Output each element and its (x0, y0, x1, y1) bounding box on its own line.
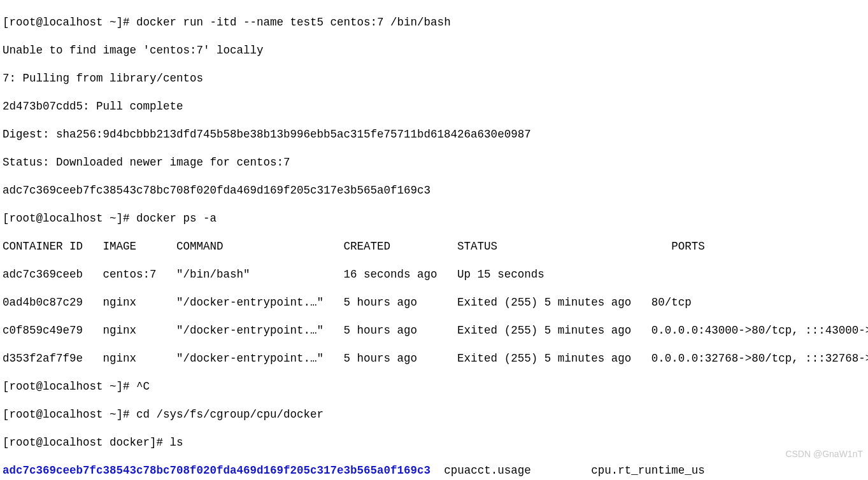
ps-row: 0ad4b0c87c29 nginx "/docker-entrypoint.…… (3, 295, 865, 309)
prompt: [root@localhost ~]# (3, 380, 136, 393)
ps-row: c0f859c49e79 nginx "/docker-entrypoint.…… (3, 323, 865, 337)
output-line: Unable to find image 'centos:7' locally (3, 43, 865, 57)
prompt-line: [root@localhost ~]# docker run -itd --na… (3, 15, 865, 29)
prompt-line: [root@localhost docker]# ls (3, 435, 865, 449)
command-text: cd /sys/fs/cgroup/cpu/docker (136, 408, 324, 421)
command-text: ls (170, 436, 183, 449)
ls-file: cpuacct.usage (444, 464, 531, 477)
ctrl-c: ^C (136, 380, 150, 393)
ls-file: cpu.rt_runtime_us (591, 464, 705, 477)
prompt: [root@localhost ~]# (3, 408, 136, 421)
output-line: adc7c369ceeb7fc38543c78bc708f020fda469d1… (3, 183, 865, 197)
command-text: docker run -itd --name test5 centos:7 /b… (136, 16, 451, 29)
watermark-text: CSDN @GnaW1nT (785, 447, 863, 461)
command-text: docker ps -a (136, 212, 217, 225)
output-line: 2d473b07cdd5: Pull complete (3, 99, 865, 113)
ps-row: adc7c369ceeb centos:7 "/bin/bash" 16 sec… (3, 267, 865, 281)
output-line: Status: Downloaded newer image for cento… (3, 155, 865, 169)
prompt-line: [root@localhost ~]# cd /sys/fs/cgroup/cp… (3, 407, 865, 421)
prompt-line: [root@localhost ~]# docker ps -a (3, 211, 865, 225)
directory-link: adc7c369ceeb7fc38543c78bc708f020fda469d1… (3, 464, 430, 477)
prompt-line: [root@localhost ~]# ^C (3, 379, 865, 393)
ps-header: CONTAINER ID IMAGE COMMAND CREATED STATU… (3, 239, 865, 253)
prompt: [root@localhost ~]# (3, 212, 136, 225)
output-line: 7: Pulling from library/centos (3, 71, 865, 85)
prompt: [root@localhost ~]# (3, 16, 136, 29)
prompt: [root@localhost docker]# (3, 436, 170, 449)
ps-row: d353f2af7f9e nginx "/docker-entrypoint.…… (3, 351, 865, 365)
terminal-output[interactable]: [root@localhost ~]# docker run -itd --na… (0, 0, 868, 480)
output-line: Digest: sha256:9d4bcbbb213dfd745b58be38b… (3, 127, 865, 141)
ls-row: adc7c369ceeb7fc38543c78bc708f020fda469d1… (3, 463, 865, 477)
